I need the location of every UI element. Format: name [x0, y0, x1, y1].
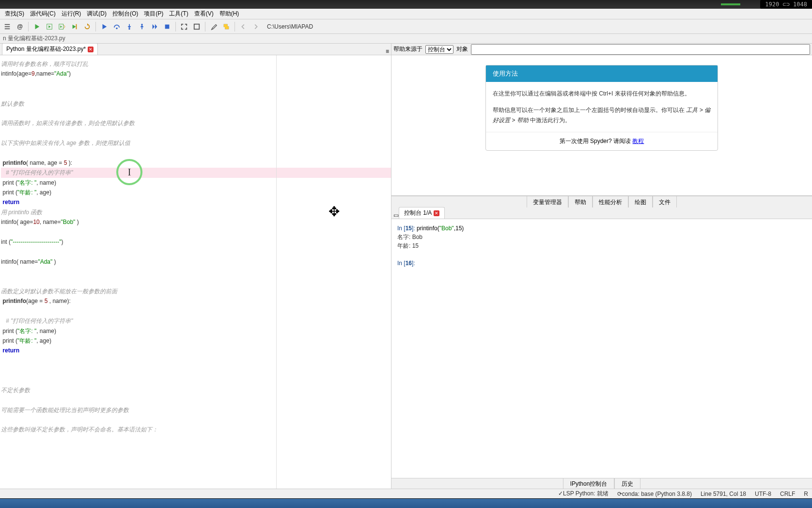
menu-console[interactable]: 控制台(O) — [109, 9, 141, 19]
code-editor[interactable]: 调用时有参数名称，顺序可以打乱intinfo(age=9,name="Ada")… — [0, 55, 391, 489]
menu-view[interactable]: 查看(V) — [191, 9, 217, 19]
status-line: Line 5791, Col 18 — [701, 491, 746, 497]
help-text-2: 帮助信息可以在一个对象之后加上一个左圆括号的时候自动显示。你可以在 工具 > 偏… — [493, 105, 711, 125]
forward-icon[interactable] — [250, 21, 261, 32]
editor-tabbar: Python 量化编程基础-2023.py* ✕ ≡ — [0, 44, 391, 55]
console-tabbar: ▭ 控制台 1/A ✕ — [391, 207, 812, 219]
help-text-1: 在这里你可以通过在编辑器或者终端中按 Ctrl+I 来获得任何对象的帮助信息。 — [493, 89, 711, 98]
console-menu-icon[interactable]: ▭ — [393, 212, 399, 219]
status-lsp: ✓LSP Python: 就绪 — [558, 490, 609, 498]
help-card: 使用方法 在这里你可以通过在编辑器或者终端中按 Ctrl+I 来获得任何对象的帮… — [485, 65, 718, 151]
stop-icon[interactable] — [162, 21, 172, 32]
debug-icon[interactable] — [99, 21, 109, 32]
working-dir: C:\Users\MIAPAD — [263, 23, 810, 30]
console-tab[interactable]: 控制台 1/A ✕ — [399, 207, 445, 219]
menu-project[interactable]: 项目(P) — [141, 9, 166, 19]
tab-profiler[interactable]: 性能分析 — [593, 196, 628, 207]
editor-options-icon[interactable]: ≡ — [386, 48, 389, 55]
tab-variables[interactable]: 变量管理器 — [527, 196, 568, 207]
run-cell-icon[interactable] — [44, 21, 55, 32]
status-eol: CRLF — [780, 491, 795, 497]
svg-rect-5 — [165, 24, 170, 29]
tab-history[interactable]: 历史 — [614, 478, 640, 489]
preferences-icon[interactable] — [208, 21, 219, 32]
svg-rect-6 — [194, 24, 200, 29]
status-encoding: UTF-8 — [755, 491, 771, 497]
tab-files[interactable]: 文件 — [653, 196, 677, 207]
move-cursor-icon: ✥ — [328, 204, 340, 220]
status-conda: ⟳conda: base (Python 3.8.8) — [617, 491, 692, 497]
rerun-icon[interactable] — [82, 21, 93, 32]
fullscreen-icon[interactable] — [191, 21, 202, 32]
svg-point-2 — [116, 27, 118, 29]
at-icon[interactable]: @ — [15, 21, 25, 32]
help-tabs: 变量管理器 帮助 性能分析 绘图 文件 — [391, 196, 812, 207]
back-icon[interactable] — [238, 21, 249, 32]
menu-help[interactable]: 帮助(H) — [217, 9, 242, 19]
breadcrumb-text: n 量化编程基础-2023.py — [3, 34, 65, 43]
window-titlebar: 1920 ⊂⊃ 1048 — [0, 0, 812, 9]
help-header: 帮助来源于 控制台 对象 — [391, 44, 812, 55]
help-body: 使用方法 在这里你可以通过在编辑器或者终端中按 Ctrl+I 来获得任何对象的帮… — [391, 55, 812, 196]
tutorial-link[interactable]: 教程 — [632, 138, 644, 144]
run-cell-advance-icon[interactable] — [57, 21, 67, 32]
close-icon[interactable]: ✕ — [88, 47, 94, 52]
step-out-icon[interactable] — [137, 21, 147, 32]
continue-icon[interactable] — [149, 21, 160, 32]
help-source-select[interactable]: 控制台 — [425, 45, 453, 54]
menu-tools[interactable]: 工具(T) — [166, 9, 191, 19]
help-object-input[interactable] — [471, 44, 810, 55]
svg-point-4 — [141, 23, 143, 25]
python-path-icon[interactable] — [221, 21, 232, 32]
help-source-label: 帮助来源于 — [393, 45, 422, 53]
run-icon[interactable] — [31, 21, 42, 32]
console-bottom-tabs: IPython控制台 历史 — [391, 478, 812, 489]
close-icon[interactable]: ✕ — [434, 210, 439, 216]
help-card-footer: 第一次使用 Spyder? 请阅读 教程 — [486, 132, 718, 150]
toolbar: @ C:\Users\MIAPAD — [0, 19, 812, 34]
outline-icon[interactable] — [2, 21, 13, 32]
menu-source[interactable]: 源代码(C) — [27, 9, 59, 19]
status-rw: R — [804, 491, 808, 497]
editor-tab-label: Python 量化编程基础-2023.py* — [6, 45, 86, 53]
ipython-console[interactable]: In [15]: printinfo("Bob",15)名字: Bob年龄: 1… — [391, 219, 812, 478]
menu-search[interactable]: 查找(S) — [2, 9, 27, 19]
console-tab-label: 控制台 1/A — [404, 209, 432, 217]
menubar: 查找(S) 源代码(C) 运行(R) 调试(D) 控制台(O) 项目(P) 工具… — [0, 9, 812, 19]
resolution-badge: 1920 ⊂⊃ 1048 — [760, 0, 812, 9]
editor-tab[interactable]: Python 量化编程基础-2023.py* ✕ — [2, 43, 98, 55]
step-over-icon[interactable] — [111, 21, 122, 32]
help-card-title: 使用方法 — [486, 65, 718, 82]
step-in-icon[interactable] — [124, 21, 135, 32]
menu-run[interactable]: 运行(R) — [59, 9, 84, 19]
tab-help[interactable]: 帮助 — [568, 196, 593, 207]
breadcrumb: n 量化编程基础-2023.py — [0, 34, 812, 44]
tab-ipython[interactable]: IPython控制台 — [563, 478, 615, 489]
help-object-label: 对象 — [456, 45, 468, 53]
os-taskbar[interactable] — [0, 498, 812, 508]
run-selection-icon[interactable] — [69, 21, 80, 32]
progress-indicator — [721, 3, 740, 5]
menu-debug[interactable]: 调试(D) — [84, 9, 109, 19]
svg-point-3 — [128, 28, 130, 30]
editor-pane: Python 量化编程基础-2023.py* ✕ ≡ 调用时有参数名称，顺序可以… — [0, 44, 391, 489]
maximize-icon[interactable] — [179, 21, 189, 32]
tab-plots[interactable]: 绘图 — [628, 196, 653, 207]
right-panel: 帮助来源于 控制台 对象 使用方法 在这里你可以通过在编辑器或者终端中按 Ctr… — [391, 44, 812, 489]
statusbar: ✓LSP Python: 就绪 ⟳conda: base (Python 3.8… — [0, 489, 812, 498]
